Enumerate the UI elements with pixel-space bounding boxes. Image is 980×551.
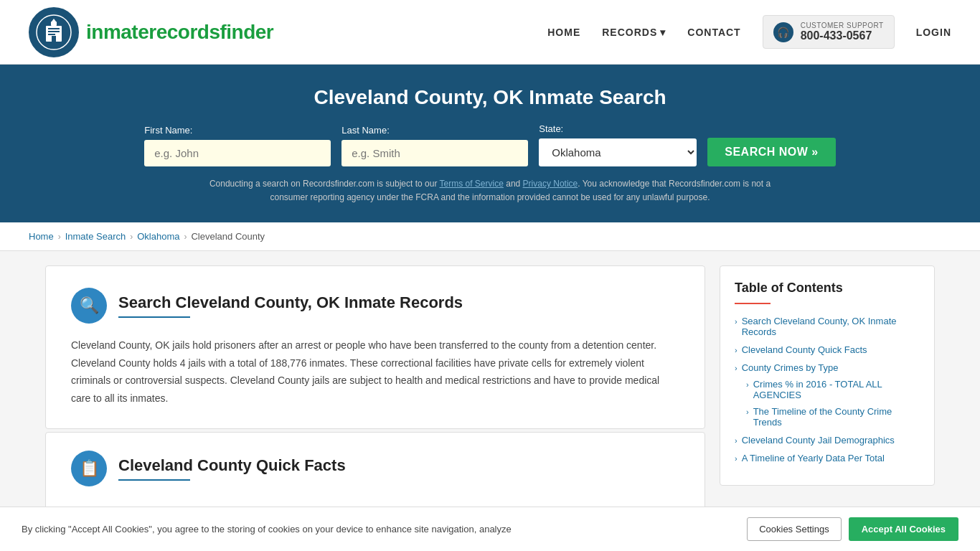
chevron-icon-5: › (735, 454, 738, 463)
first-name-input[interactable] (144, 140, 331, 166)
logo-area: inmaterecordsfinder (29, 7, 273, 57)
breadcrumb-home[interactable]: Home (29, 231, 54, 242)
second-card-partial: 📋 Cleveland County Quick Facts (45, 432, 705, 507)
toc-item-1: › Search Cleveland County, OK Inmate Rec… (735, 316, 920, 337)
card-title: Search Cleveland County, OK Inmate Recor… (118, 293, 463, 312)
svg-rect-6 (48, 34, 55, 35)
toc-subitem-3-2: › The Timeline of the County Crime Trend… (746, 406, 920, 428)
toc-label-2: Cleveland County Quick Facts (742, 344, 867, 355)
toc-link-2[interactable]: › Cleveland County Quick Facts (735, 344, 920, 355)
chevron-icon-3-1: › (746, 380, 749, 389)
toc-sublabel-3-2: The Timeline of the County Crime Trends (753, 406, 920, 428)
second-card-header: 📋 Cleveland County Quick Facts (71, 451, 679, 486)
search-banner-title: Cleveland County, OK Inmate Search (29, 86, 951, 109)
second-card-title: Cleveland County Quick Facts (118, 456, 346, 475)
search-form: First Name: Last Name: State: Oklahoma S… (29, 123, 951, 166)
toc-item-4: › Cleveland County Jail Demographics (735, 435, 920, 446)
state-label: State: (539, 123, 563, 134)
main-content: 🔍 Search Cleveland County, OK Inmate Rec… (31, 265, 949, 507)
svg-rect-4 (48, 28, 60, 29)
toc-sublist-3: › Crimes % in 2016 - TOTAL ALL AGENCIES … (746, 379, 920, 428)
support-phone: 800-433-0567 (801, 29, 884, 42)
svg-rect-1 (51, 22, 57, 26)
last-name-label: Last Name: (341, 125, 389, 136)
article-area: 🔍 Search Cleveland County, OK Inmate Rec… (45, 265, 705, 507)
toc-item-2: › Cleveland County Quick Facts (735, 344, 920, 355)
logo-text: inmaterecordsfinder (86, 21, 273, 44)
last-name-group: Last Name: (341, 125, 528, 166)
chevron-icon-3: › (735, 364, 738, 372)
state-group: State: Oklahoma (539, 123, 697, 166)
second-card-title-underline (118, 479, 190, 481)
support-label: CUSTOMER SUPPORT (801, 22, 884, 29)
breadcrumb-county: Cleveland County (191, 231, 265, 242)
sidebar: Table of Contents › Search Cleveland Cou… (720, 265, 935, 507)
toc-item-5: › A Timeline of Yearly Data Per Total (735, 453, 920, 463)
toc-title: Table of Contents (735, 281, 920, 296)
breadcrumb-sep-1: › (58, 232, 61, 242)
state-select[interactable]: Oklahoma (539, 138, 697, 166)
nav-records[interactable]: RECORDS ▾ (602, 27, 666, 38)
chevron-down-icon: ▾ (660, 27, 666, 38)
chevron-icon-2: › (735, 346, 738, 354)
main-content-card: 🔍 Search Cleveland County, OK Inmate Rec… (45, 265, 705, 429)
search-button[interactable]: SEARCH NOW » (707, 138, 835, 166)
search-icon: 🔍 (71, 288, 107, 324)
breadcrumb-state[interactable]: Oklahoma (137, 231, 179, 242)
cookie-settings-button[interactable]: Cookies Settings (747, 517, 842, 522)
toc-link-3[interactable]: › County Crimes by Type (735, 362, 920, 373)
toc-list: › Search Cleveland County, OK Inmate Rec… (735, 316, 920, 463)
toc-link-4[interactable]: › Cleveland County Jail Demographics (735, 435, 920, 446)
second-card-title-area: Cleveland County Quick Facts (118, 456, 346, 481)
toc-label-5: A Timeline of Yearly Data Per Total (742, 453, 885, 463)
toc-label-3: County Crimes by Type (742, 362, 839, 373)
toc-item-3: › County Crimes by Type › Crimes % in 20… (735, 362, 920, 428)
cookie-banner: By clicking "Accept All Cookies", you ag… (0, 507, 980, 522)
toc-label-4: Cleveland County Jail Demographics (742, 435, 895, 446)
card-body-text: Cleveland County, OK jails hold prisoner… (71, 336, 679, 407)
last-name-input[interactable] (341, 140, 528, 166)
main-nav: HOME RECORDS ▾ CONTACT 🎧 CUSTOMER SUPPOR… (547, 15, 951, 49)
toc-sublink-3-2[interactable]: › The Timeline of the County Crime Trend… (746, 406, 920, 428)
breadcrumb: Home › Inmate Search › Oklahoma › Clevel… (0, 222, 980, 251)
toc-divider (735, 303, 771, 304)
toc-link-5[interactable]: › A Timeline of Yearly Data Per Total (735, 453, 920, 463)
first-name-group: First Name: (144, 125, 331, 166)
chevron-icon-4: › (735, 436, 738, 445)
card-body: Cleveland County, OK jails hold prisoner… (71, 336, 679, 407)
svg-rect-7 (52, 36, 56, 42)
toc-sublink-3-1[interactable]: › Crimes % in 2016 - TOTAL ALL AGENCIES (746, 379, 920, 400)
support-info: CUSTOMER SUPPORT 800-433-0567 (801, 22, 884, 42)
toc-link-1[interactable]: › Search Cleveland County, OK Inmate Rec… (735, 316, 920, 337)
site-header: inmaterecordsfinder HOME RECORDS ▾ CONTA… (0, 0, 980, 65)
toc-subitem-3-1: › Crimes % in 2016 - TOTAL ALL AGENCIES (746, 379, 920, 400)
cookie-accept-button[interactable]: Accept All Cookies (849, 517, 958, 522)
search-disclaimer: Conducting a search on Recordsfinder.com… (203, 177, 777, 204)
logo-icon (29, 7, 79, 57)
chevron-icon-3-2: › (746, 408, 749, 416)
first-name-label: First Name: (144, 125, 192, 136)
nav-contact[interactable]: CONTACT (687, 27, 740, 38)
nav-home[interactable]: HOME (547, 27, 580, 38)
breadcrumb-sep-2: › (130, 232, 133, 242)
toc-sublabel-3-1: Crimes % in 2016 - TOTAL ALL AGENCIES (753, 379, 920, 400)
chevron-icon-1: › (735, 317, 738, 326)
toc-label-1: Search Cleveland County, OK Inmate Recor… (742, 316, 920, 337)
customer-support-box: 🎧 CUSTOMER SUPPORT 800-433-0567 (763, 15, 895, 49)
card-header: 🔍 Search Cleveland County, OK Inmate Rec… (71, 288, 679, 324)
breadcrumb-inmate-search[interactable]: Inmate Search (65, 231, 126, 242)
nav-login[interactable]: LOGIN (916, 27, 951, 38)
toc-card: Table of Contents › Search Cleveland Cou… (720, 265, 935, 486)
cookie-buttons: Cookies Settings Accept All Cookies (747, 517, 958, 522)
privacy-link[interactable]: Privacy Notice (523, 179, 578, 189)
terms-link[interactable]: Terms of Service (440, 179, 504, 189)
search-banner: Cleveland County, OK Inmate Search First… (0, 65, 980, 222)
facts-icon: 📋 (71, 451, 107, 486)
svg-rect-5 (48, 31, 60, 32)
breadcrumb-sep-3: › (184, 232, 187, 242)
card-title-underline (118, 316, 190, 318)
card-title-area: Search Cleveland County, OK Inmate Recor… (118, 293, 463, 318)
headphone-icon: 🎧 (773, 22, 793, 42)
